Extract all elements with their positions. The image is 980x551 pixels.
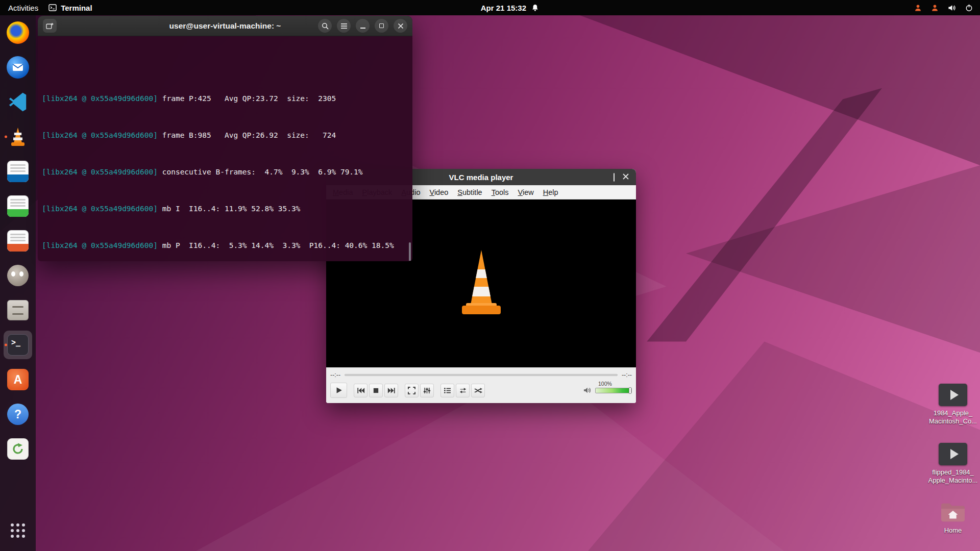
terminal-line: [libx264 @ 0x55a49d96d600] mb I I16..4: … xyxy=(42,204,408,213)
vlc-control-panel: --:-- --:-- xyxy=(326,367,636,403)
vlc-shuffle-button[interactable] xyxy=(471,384,485,397)
vlc-maximize-button[interactable] xyxy=(614,173,615,181)
notification-bell-icon xyxy=(531,4,538,12)
dock-item-gimp[interactable] xyxy=(4,261,32,290)
terminal-scrollbar-thumb[interactable] xyxy=(409,242,411,261)
dock-item-firefox[interactable] xyxy=(4,18,32,47)
minimize-button[interactable] xyxy=(356,19,370,33)
dock-item-thunderbird[interactable] xyxy=(4,53,32,82)
vlc-volume-slider[interactable] xyxy=(595,388,632,393)
vscode-icon xyxy=(7,91,29,113)
desktop: Activities Terminal Apr 21 15:32 xyxy=(0,0,980,551)
terminal-line: [libx264 @ 0x55a49d96d600] frame P:425 A… xyxy=(42,94,408,103)
running-indicator xyxy=(5,136,7,138)
file-label: Home xyxy=(944,527,962,535)
top-bar: Activities Terminal Apr 21 15:32 xyxy=(0,0,980,15)
vlc-menu-item[interactable]: Tools xyxy=(487,188,513,196)
thunderbird-icon xyxy=(7,56,29,79)
terminal-line: [libx264 @ 0x55a49d96d600] consecutive B… xyxy=(42,167,408,177)
libreoffice-calc-icon xyxy=(7,195,29,217)
dock-item-libreoffice-impress[interactable] xyxy=(4,227,32,255)
play-glyph-icon xyxy=(950,390,959,400)
dock-item-libreoffice-calc[interactable] xyxy=(4,192,32,220)
menu-button[interactable] xyxy=(337,19,351,33)
gimp-icon xyxy=(7,265,29,286)
vlc-menu-item[interactable]: Subtitle xyxy=(453,188,486,196)
vlc-time-elapsed: --:-- xyxy=(330,371,340,379)
home-folder-icon xyxy=(939,500,967,523)
vlc-close-button[interactable] xyxy=(623,173,629,181)
terminal-output: [libx264 @ 0x55a49d96d600] frame P:425 A… xyxy=(42,57,408,261)
power-icon xyxy=(965,4,973,12)
dock-item-software-updater[interactable] xyxy=(4,435,32,463)
dock-item-terminal[interactable]: >_ xyxy=(4,331,32,359)
new-tab-button[interactable] xyxy=(43,19,57,33)
terminal-icon: >_ xyxy=(7,334,29,356)
terminal-line: [libx264 @ 0x55a49d96d600] mb P I16..4: … xyxy=(42,241,408,250)
vlc-menu-item[interactable]: View xyxy=(513,188,538,196)
libreoffice-writer-icon xyxy=(7,161,29,182)
help-icon: ? xyxy=(7,404,29,425)
maximize-button[interactable] xyxy=(375,19,388,33)
vlc-extended-settings-button[interactable] xyxy=(420,384,434,397)
app-grid-icon xyxy=(11,523,25,538)
terminal-app-icon xyxy=(48,4,57,11)
terminal-window: user@user-virtual-machine: ~ [libx264 xyxy=(38,16,412,261)
vlc-menu-item[interactable]: Video xyxy=(425,188,453,196)
vlc-volume-handle[interactable] xyxy=(629,387,631,394)
desktop-home-folder[interactable]: Home xyxy=(921,500,980,535)
dock-item-vlc[interactable] xyxy=(4,122,32,151)
focused-app-indicator[interactable]: Terminal xyxy=(48,4,92,12)
vlc-mute-icon[interactable] xyxy=(583,387,592,394)
dock: >_ A ? xyxy=(0,15,36,551)
vlc-play-button[interactable] xyxy=(330,383,347,398)
terminal-header[interactable]: user@user-virtual-machine: ~ xyxy=(38,16,412,36)
vlc-fullscreen-button[interactable] xyxy=(405,384,419,397)
show-applications-button[interactable] xyxy=(4,516,32,545)
system-tray[interactable] xyxy=(914,4,980,12)
firefox-icon xyxy=(7,21,29,44)
vlc-loop-button[interactable] xyxy=(456,384,470,397)
focused-app-name: Terminal xyxy=(61,4,92,12)
close-button[interactable] xyxy=(394,19,407,33)
vlc-seek-slider[interactable] xyxy=(345,374,618,376)
vlc-playlist-button[interactable] xyxy=(440,384,454,397)
clock-widget[interactable]: Apr 21 15:32 xyxy=(481,4,538,12)
play-glyph-icon xyxy=(950,449,959,459)
activities-button[interactable]: Activities xyxy=(8,4,38,12)
ubuntu-software-icon: A xyxy=(7,369,29,390)
terminal-content[interactable]: [libx264 @ 0x55a49d96d600] frame P:425 A… xyxy=(38,36,412,261)
running-indicator xyxy=(5,344,7,346)
vlc-icon xyxy=(9,127,27,147)
dock-item-files[interactable] xyxy=(4,296,32,324)
vlc-next-button[interactable] xyxy=(384,384,398,397)
vlc-volume-percent: 100% xyxy=(598,381,612,387)
clock-label: Apr 21 15:32 xyxy=(481,4,526,12)
file-label: 1984_Apple_Macintosh_Co... xyxy=(929,409,977,425)
person-indicator-icon xyxy=(914,4,922,12)
file-label: flipped_1984_Apple_Macinto... xyxy=(928,468,978,485)
vlc-cone-logo xyxy=(451,245,512,322)
vlc-time-total: --:-- xyxy=(622,371,632,379)
person-indicator-icon xyxy=(931,4,939,12)
volume-icon xyxy=(948,4,956,12)
desktop-file-video-2[interactable]: flipped_1984_Apple_Macinto... xyxy=(921,443,980,485)
dock-item-vscode[interactable] xyxy=(4,88,32,116)
vlc-previous-button[interactable] xyxy=(354,384,368,397)
search-button[interactable] xyxy=(318,19,332,33)
desktop-file-video-1[interactable]: 1984_Apple_Macintosh_Co... xyxy=(921,384,980,425)
libreoffice-impress-icon xyxy=(7,230,29,252)
video-file-icon xyxy=(939,443,967,465)
dock-item-libreoffice-writer[interactable] xyxy=(4,157,32,186)
vlc-stop-button[interactable] xyxy=(369,384,383,397)
dock-item-help[interactable]: ? xyxy=(4,400,32,429)
vlc-menu-item[interactable]: Help xyxy=(538,188,563,196)
software-updater-icon xyxy=(7,438,29,460)
video-file-icon xyxy=(939,384,967,406)
terminal-line: [libx264 @ 0x55a49d96d600] frame B:985 A… xyxy=(42,131,408,140)
dock-item-ubuntu-software[interactable]: A xyxy=(4,365,32,394)
files-icon xyxy=(7,300,29,320)
